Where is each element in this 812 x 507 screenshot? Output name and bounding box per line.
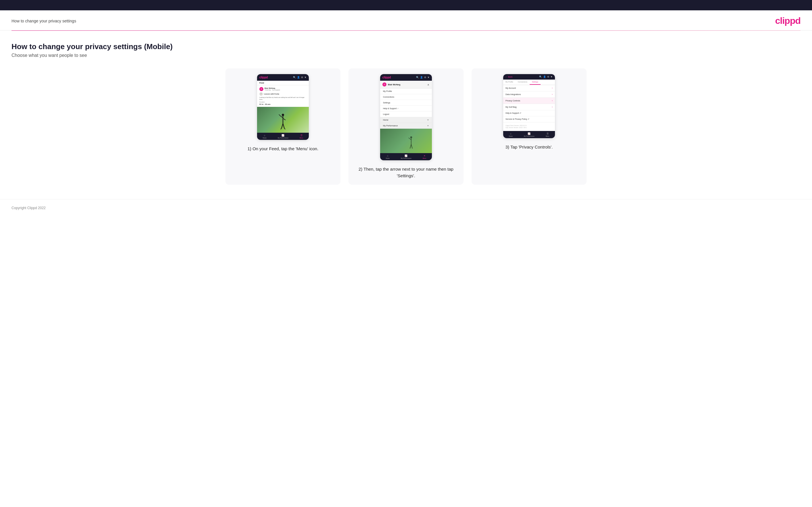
page-footer: Copyright Clippd 2022 xyxy=(0,199,812,216)
menu-section-performance[interactable]: My Performance ▼ xyxy=(380,123,432,129)
settings-item-privacy-controls[interactable]: Privacy Controls › xyxy=(503,98,555,104)
phone-1-logo: clippd xyxy=(259,76,268,79)
main-content: How to change your privacy settings (Mob… xyxy=(0,31,812,193)
phone-1-user-row: B Blair McHarg Yesterday · Sunningdale xyxy=(259,87,306,91)
phone-3-bottom-bar: ⌂ Home 📈 My Performance ☰ Menu xyxy=(503,131,555,138)
phone-1-home-label: Home xyxy=(263,137,266,139)
back-button[interactable]: ← Back xyxy=(506,76,513,78)
phone-3-home-nav: ⌂ Home xyxy=(509,132,513,137)
phone-1-duration-label: Duration xyxy=(259,101,306,103)
menu-item-connections[interactable]: Connections xyxy=(380,94,432,100)
chevron-down-icon: ▼ xyxy=(304,76,306,79)
collapse-icon[interactable]: ▲ xyxy=(427,83,429,86)
phone-3-home-label: Home xyxy=(509,135,513,137)
step-2-card: clippd 🔍 👤 ⚙ ▼ B Blair McHarg xyxy=(349,68,463,185)
privacy-controls-chevron: › xyxy=(552,99,553,102)
phone-1-user-info: Blair McHarg Yesterday · Sunningdale xyxy=(264,87,280,91)
phone-2-avatar: B xyxy=(383,82,387,87)
menu-item-help-support[interactable]: Help & Support xyxy=(380,106,432,111)
svg-point-9 xyxy=(410,136,412,138)
tab-settings[interactable]: Settings xyxy=(529,79,541,85)
phone-1-icons: 🔍 👤 ⚙ ▼ xyxy=(293,76,306,79)
svg-line-5 xyxy=(282,123,283,128)
menu-icon-3: ☰ xyxy=(547,132,549,135)
client-version: Clippd Client Version: 2022.8.3-3 xyxy=(506,125,553,127)
phone-2-bg-image xyxy=(380,129,432,153)
svg-line-13 xyxy=(411,145,412,149)
phone-3-menu-label: Menu xyxy=(546,135,550,137)
phone-3-settings-footer: Clippd Client Version: 2022.8.3-3 GQL Se… xyxy=(503,122,555,131)
settings-item-service-privacy[interactable]: Service & Privacy Policy ↗ xyxy=(503,116,555,122)
phone-2-menu-nav[interactable]: ✕ Menu xyxy=(423,155,426,159)
header-title: How to change your privacy settings xyxy=(11,19,76,23)
golfer-silhouette-2 xyxy=(408,134,415,153)
step-3-caption: 3) Tap 'Privacy Controls'. xyxy=(506,144,553,151)
my-account-label: My Account xyxy=(506,87,516,89)
chevron-down-icon-2: ▼ xyxy=(427,76,429,79)
lesson-icon: 📋 xyxy=(259,92,263,96)
menu-icon-2: ✕ xyxy=(423,155,425,157)
phone-1-duration-val: 01 hr : 30 min xyxy=(259,103,306,105)
phone-1-feed-tab: Feed xyxy=(257,81,309,85)
my-golf-bag-label: My Golf Bag xyxy=(506,106,517,108)
phone-1-image xyxy=(257,107,309,133)
logo: clippd xyxy=(775,15,801,26)
phone-2-navbar: clippd 🔍 👤 ⚙ ▼ xyxy=(380,74,432,81)
phone-1-avatar: B xyxy=(259,87,263,91)
phone-1-location: Yesterday · Sunningdale xyxy=(264,89,280,91)
settings-item-help-support[interactable]: Help & Support ↗ xyxy=(503,110,555,116)
svg-line-6 xyxy=(283,123,285,128)
golfer-silhouette xyxy=(278,113,287,133)
top-bar xyxy=(0,0,812,10)
step-2-phone: clippd 🔍 👤 ⚙ ▼ B Blair McHarg xyxy=(380,74,432,160)
phone-2-home-nav: ⌂ Home xyxy=(386,155,390,159)
phone-3-settings-list: My Account › Data Integrations › Privacy… xyxy=(503,85,555,122)
tab-connections[interactable]: Connections xyxy=(515,79,529,85)
phone-1-performance-nav: 📈 My Performance xyxy=(278,134,289,139)
performance-icon-3: 📈 xyxy=(527,132,530,135)
help-support-label: Help & Support ↗ xyxy=(506,112,521,114)
search-icon-2: 🔍 xyxy=(416,76,419,79)
menu-section-performance-label: My Performance xyxy=(383,125,398,127)
menu-item-settings[interactable]: Settings xyxy=(380,100,432,106)
gql-version: GQL Server Version: 2022.7.30-1 xyxy=(506,127,553,129)
svg-line-3 xyxy=(279,114,280,115)
phone-3-performance-nav: 📈 My Performance xyxy=(524,132,535,137)
data-integrations-chevron: › xyxy=(552,93,553,96)
step-3-card: ← Back 🔍 👤 ⚙ ▼ My Profile Connections Se… xyxy=(471,68,587,185)
home-icon-3: ⌂ xyxy=(510,132,511,135)
phone-1-post: B Blair McHarg Yesterday · Sunningdale 📋… xyxy=(257,85,309,107)
phone-1-menu-label: Menu xyxy=(300,137,303,139)
performance-chevron-icon: ▼ xyxy=(427,125,429,127)
phone-2-username: Blair McHarg xyxy=(388,83,400,86)
search-icon: 🔍 xyxy=(293,76,296,79)
menu-item-logout[interactable]: Logout xyxy=(380,111,432,117)
step-1-caption: 1) On your Feed, tap the 'Menu' icon. xyxy=(248,146,318,152)
menu-section-home[interactable]: Home ▼ xyxy=(380,117,432,123)
performance-icon: 📈 xyxy=(282,134,285,137)
privacy-controls-label: Privacy Controls xyxy=(506,100,520,102)
settings-item-data-integrations[interactable]: Data Integrations › xyxy=(503,91,555,98)
phone-1-desc: Looking to feel like my hands are exitin… xyxy=(259,97,306,100)
phone-1-lesson-title: Lesson with Fordy xyxy=(264,93,279,95)
phone-2-performance-nav: 📈 My Performance xyxy=(401,155,411,159)
home-icon: ⌂ xyxy=(264,134,265,137)
settings-item-my-golf-bag[interactable]: My Golf Bag › xyxy=(503,104,555,110)
phone-1-home-nav: ⌂ Home xyxy=(263,134,266,139)
menu-icon: ☰ xyxy=(301,134,303,137)
step-1-phone: clippd 🔍 👤 ⚙ ▼ Feed B Blair McHarg xyxy=(257,74,309,140)
menu-item-my-profile[interactable]: My Profile xyxy=(380,89,432,94)
phone-1-menu-nav[interactable]: ☰ Menu xyxy=(300,134,303,139)
steps-container: clippd 🔍 👤 ⚙ ▼ Feed B Blair McHarg xyxy=(11,68,801,185)
home-chevron-icon: ▼ xyxy=(427,119,429,121)
settings-item-my-account[interactable]: My Account › xyxy=(503,85,555,91)
phone-1-bottom-bar: ⌂ Home 📈 My Performance ☰ Menu xyxy=(257,133,309,140)
svg-line-12 xyxy=(410,145,411,149)
step-2-caption: 2) Then, tap the arrow next to your name… xyxy=(354,166,458,179)
phone-2-logo: clippd xyxy=(383,76,391,79)
my-golf-bag-chevron: › xyxy=(552,106,553,108)
tab-my-profile[interactable]: My Profile xyxy=(503,79,515,85)
phone-3-menu-nav[interactable]: ☰ Menu xyxy=(546,132,550,137)
service-privacy-label: Service & Privacy Policy ↗ xyxy=(506,118,529,120)
phone-2-bottom-bar: ⌂ Home 📈 My Performance ✕ Menu xyxy=(380,153,432,160)
